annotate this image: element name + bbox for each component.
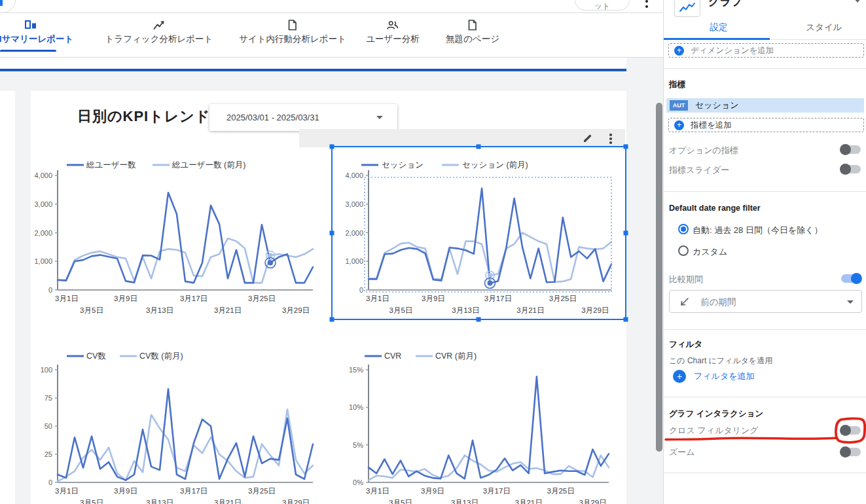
svg-text:3月25日: 3月25日 <box>248 295 276 302</box>
active-tab-underline <box>0 50 56 52</box>
comparison-period-label: 比較期間 <box>669 274 866 285</box>
panel-active-tab-underline <box>664 38 770 40</box>
svg-text:3月5日: 3月5日 <box>389 499 412 504</box>
svg-text:3月17日: 3月17日 <box>180 487 207 495</box>
plus-icon: + <box>674 120 684 130</box>
partial-pill-label: ット <box>594 1 611 10</box>
auto-date-radio[interactable] <box>678 224 689 234</box>
svg-text:3月9日: 3月9日 <box>421 487 444 495</box>
chevron-down-icon <box>847 300 854 304</box>
page-header-band <box>0 58 626 69</box>
dashboard-icon <box>0 19 73 31</box>
add-filter-label: フィルタを追加 <box>694 370 755 382</box>
svg-text:3月17日: 3月17日 <box>484 295 512 302</box>
panel-divider <box>664 191 866 192</box>
tab-traffic-report[interactable]: トラフィック分析レポート <box>105 19 213 45</box>
chevron-down-icon[interactable] <box>854 0 861 3</box>
panel-tab-style[interactable]: スタイル <box>806 22 842 33</box>
svg-text:3月13日: 3月13日 <box>451 499 478 504</box>
svg-text:2,000: 2,000 <box>34 229 52 237</box>
edit-pencil-icon[interactable] <box>583 132 594 146</box>
add-metric-button[interactable]: + 指標を追加 <box>668 118 864 132</box>
svg-text:0%: 0% <box>353 478 363 486</box>
chart-more-options-icon[interactable] <box>609 134 612 145</box>
tab-onsite-behavior-report[interactable]: サイト内行動分析レポート <box>239 19 346 45</box>
svg-text:75: 75 <box>45 394 52 402</box>
svg-text:3月21日: 3月21日 <box>515 499 543 504</box>
add-dimension-button[interactable]: + ディメンションを追加 <box>668 43 864 58</box>
insights-icon <box>105 19 213 31</box>
panel-divider <box>664 68 866 69</box>
svg-text:3月21日: 3月21日 <box>516 306 544 314</box>
svg-text:CV数: CV数 <box>86 351 106 361</box>
chart-total-users[interactable]: 総ユーザー数総ユーザー数 (前月)01,0002,0003,0004,0003月… <box>31 156 329 321</box>
optional-metrics-toggle[interactable] <box>841 145 861 154</box>
line-chart-icon <box>674 0 700 17</box>
metric-chip[interactable]: AUT セッション <box>666 98 864 113</box>
svg-text:50: 50 <box>45 422 52 430</box>
plus-icon: + <box>673 370 686 383</box>
svg-text:3月5日: 3月5日 <box>80 306 103 314</box>
chart-cvr[interactable]: CVRCVR (前月)0%5%10%15%3月1日3月9日3月17日3月25日3… <box>342 347 625 504</box>
svg-text:5%: 5% <box>353 441 363 449</box>
metric-aut-badge: AUT <box>670 100 688 111</box>
page-header-rule <box>0 69 626 71</box>
optional-metrics-label: オプションの指標 <box>669 145 866 156</box>
panel-title: グラフ <box>708 0 742 9</box>
svg-text:3月1日: 3月1日 <box>366 487 389 495</box>
svg-text:4,000: 4,000 <box>34 171 52 179</box>
zoom-label: ズーム <box>669 446 866 458</box>
add-filter-button[interactable]: + フィルタを追加 <box>673 370 755 383</box>
comparison-period-value: 前の期間 <box>700 297 736 308</box>
svg-text:1,000: 1,000 <box>34 257 52 265</box>
report-canvas: 日別のKPIトレンド 2025/03/01 - 2025/03/31 総ユーザー… <box>0 58 663 504</box>
chart-cv-count[interactable]: CV数CV数 (前月)02550751003月1日3月9日3月17日3月25日3… <box>31 347 329 504</box>
cross-filtering-toggle[interactable] <box>841 426 861 435</box>
svg-text:3月29日: 3月29日 <box>581 306 609 314</box>
svg-text:2,000: 2,000 <box>345 229 363 237</box>
svg-text:3,000: 3,000 <box>345 200 363 208</box>
filter-section-label: フィルタ <box>669 339 866 350</box>
zoom-toggle[interactable] <box>841 448 861 456</box>
tab-kpi-summary-report[interactable]: KPIサマリーレポート <box>0 19 73 45</box>
tab-label: トラフィック分析レポート <box>105 33 213 45</box>
tab-label: サイト内行動分析レポート <box>239 33 346 45</box>
panel-tab-setup[interactable]: 設定 <box>710 22 728 33</box>
tab-untitled-page[interactable]: 無題のページ <box>446 19 499 45</box>
chart-sessions[interactable]: セッションセッション (前月)01,0002,0003,0004,0003月1日… <box>342 156 625 321</box>
more-options-icon[interactable] <box>645 0 648 10</box>
svg-text:総ユーザー数: 総ユーザー数 <box>86 160 136 170</box>
svg-text:3月21日: 3月21日 <box>214 499 242 504</box>
tab-label: ユーザー分析 <box>366 33 420 45</box>
svg-text:3月1日: 3月1日 <box>55 295 79 302</box>
metric-slider-label: 指標スライダー <box>669 164 866 176</box>
top-divider <box>0 12 663 13</box>
svg-text:3月25日: 3月25日 <box>248 487 276 495</box>
comparison-period-select[interactable]: 前の期間 <box>669 290 862 313</box>
report-page-tabs: KPIサマリーレポート トラフィック分析レポート サイト内行動分析レポート ユー… <box>0 14 663 58</box>
canvas-scrollbar[interactable] <box>656 103 662 452</box>
custom-date-radio[interactable] <box>678 245 689 256</box>
svg-text:3月9日: 3月9日 <box>114 487 137 495</box>
svg-text:3月13日: 3月13日 <box>452 306 479 314</box>
svg-text:25: 25 <box>45 450 52 458</box>
svg-text:3月17日: 3月17日 <box>180 295 207 302</box>
metric-name: セッション <box>695 99 739 111</box>
date-range-control[interactable]: 2025/03/01 - 2025/03/31 <box>209 104 397 131</box>
svg-text:0: 0 <box>48 286 52 294</box>
auto-date-label: 自動: 過去 28 日間（今日を除く） <box>693 225 823 236</box>
svg-text:0: 0 <box>359 286 363 294</box>
partial-pill-button[interactable]: ット <box>575 0 630 10</box>
svg-text:3月5日: 3月5日 <box>80 499 103 504</box>
tab-label: 無題のページ <box>446 33 499 45</box>
comparison-period-toggle[interactable] <box>841 274 861 283</box>
document-icon <box>446 19 499 31</box>
svg-text:3月1日: 3月1日 <box>366 295 389 302</box>
svg-text:3月13日: 3月13日 <box>146 306 173 314</box>
svg-text:3月25日: 3月25日 <box>549 295 577 302</box>
svg-text:総ユーザー数 (前月): 総ユーザー数 (前月) <box>171 160 245 170</box>
tab-user-analysis[interactable]: ユーザー分析 <box>366 19 420 45</box>
svg-text:3月5日: 3月5日 <box>389 306 413 314</box>
filter-subtext: この Chart にフィルタを適用 <box>669 355 866 367</box>
metric-slider-toggle[interactable] <box>841 165 861 173</box>
